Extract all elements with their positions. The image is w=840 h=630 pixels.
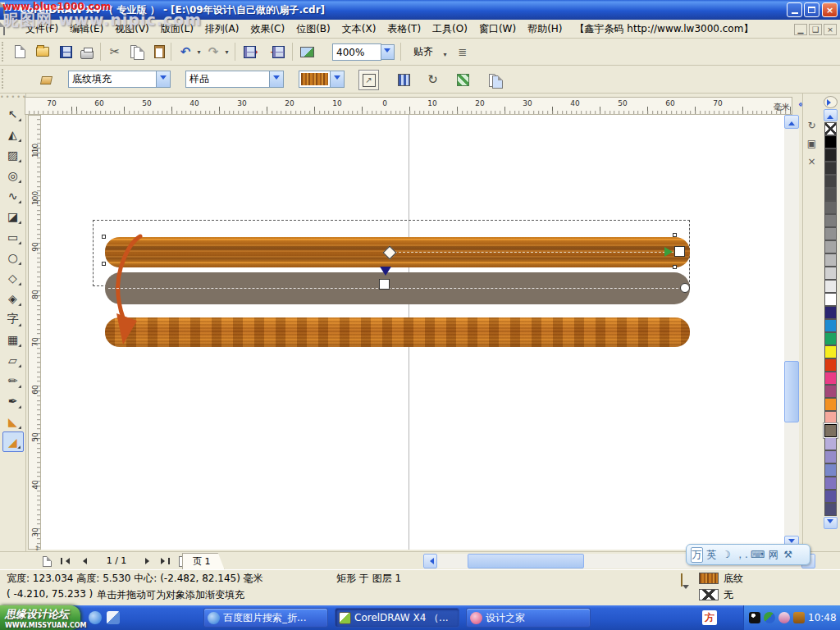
- menu-item-4[interactable]: 排列(A): [199, 20, 245, 39]
- menu-item-11[interactable]: 帮助(H): [522, 20, 568, 39]
- doc-restore-button[interactable]: ❑: [809, 24, 822, 35]
- color-swatch[interactable]: [824, 358, 837, 372]
- ime-button-4[interactable]: ⌨: [751, 549, 765, 560]
- color-swatch[interactable]: [824, 148, 837, 162]
- color-swatch[interactable]: [824, 267, 837, 280]
- application-launcher-icon[interactable]: [297, 42, 317, 62]
- copy-fill-button[interactable]: [486, 70, 506, 90]
- texture-dropdown-icon[interactable]: [330, 71, 344, 87]
- scroll-left-button[interactable]: [423, 554, 437, 568]
- color-swatch[interactable]: [824, 372, 837, 385]
- minimize-button[interactable]: [787, 2, 802, 17]
- fill-end-handle[interactable]: [674, 246, 685, 257]
- palette-flyout-button[interactable]: [824, 96, 838, 108]
- color-swatch[interactable]: [824, 240, 837, 253]
- vertical-scrollbar[interactable]: [784, 115, 799, 550]
- taskbar-task-0[interactable]: 百度图片搜索_折...: [203, 608, 328, 628]
- color-swatch[interactable]: [824, 424, 837, 437]
- taskbar-task-1[interactable]: CorelDRAW X4 （...: [335, 608, 459, 628]
- texture-swatch-dropdown[interactable]: [299, 71, 345, 88]
- color-swatch[interactable]: [824, 227, 837, 240]
- drawing-canvas[interactable]: [41, 115, 784, 550]
- close-button[interactable]: ×: [822, 2, 838, 17]
- menu-item-6[interactable]: 位图(B): [290, 20, 336, 39]
- color-swatch[interactable]: [824, 332, 837, 345]
- curve-node[interactable]: [102, 262, 106, 266]
- sample-combobox[interactable]: 样品: [185, 71, 284, 88]
- dict-icon[interactable]: [793, 612, 805, 623]
- print-icon[interactable]: [77, 42, 97, 62]
- founder-icon[interactable]: 方: [702, 610, 717, 625]
- ime-button-3[interactable]: ，.: [735, 548, 748, 562]
- fill-start-handle[interactable]: [379, 279, 390, 290]
- text-tool[interactable]: 字: [2, 308, 24, 329]
- import-icon[interactable]: ➜: [241, 42, 261, 62]
- shape-tool[interactable]: ◭: [2, 124, 24, 144]
- color-swatch[interactable]: [824, 188, 837, 201]
- tile-fill-button[interactable]: [453, 70, 473, 90]
- ellipse-tool[interactable]: ○: [2, 247, 24, 267]
- propbar-grip[interactable]: [2, 69, 5, 89]
- ime-button-0[interactable]: 万: [691, 547, 703, 563]
- undo-dropdown-icon[interactable]: ▾: [195, 48, 203, 56]
- toolbox-grip[interactable]: •••••: [0, 94, 25, 103]
- color-swatch[interactable]: [824, 385, 837, 398]
- color-swatch[interactable]: [824, 490, 837, 503]
- qq-icon[interactable]: [749, 612, 760, 623]
- interactive-fill-tool[interactable]: ◢: [2, 431, 24, 452]
- pick-tool[interactable]: ↖: [2, 103, 24, 124]
- table-tool[interactable]: ▦: [2, 329, 24, 349]
- sample-dropdown-icon[interactable]: [269, 71, 283, 87]
- curve-node[interactable]: [673, 265, 677, 269]
- color-swatch[interactable]: [824, 463, 837, 477]
- next-page-button[interactable]: [141, 554, 156, 568]
- paste-icon[interactable]: [149, 42, 169, 62]
- ruler-swap-icon[interactable]: ↕: [30, 544, 44, 552]
- palette-scroll-down-button[interactable]: [824, 517, 838, 529]
- taskbar-task-2[interactable]: 设计之家: [466, 608, 591, 628]
- wood-bar-bottom[interactable]: [105, 317, 690, 347]
- color-swatch[interactable]: [824, 306, 837, 319]
- color-swatch[interactable]: [824, 135, 837, 148]
- ime-button-6[interactable]: ⚒: [782, 549, 794, 560]
- quick-launch-ie-icon[interactable]: [89, 611, 102, 624]
- vertical-ruler[interactable]: 11010090807060504030: [28, 115, 41, 550]
- redo-dropdown-icon[interactable]: ▾: [223, 48, 231, 56]
- freehand-tool[interactable]: ∿: [2, 185, 24, 206]
- vertical-scroll-thumb[interactable]: [784, 361, 799, 422]
- rotate-docker-icon[interactable]: ↻: [805, 118, 819, 133]
- zoom-tool[interactable]: ◎: [2, 165, 24, 185]
- color-swatch[interactable]: [824, 214, 837, 227]
- palette-scroll-up-button[interactable]: [824, 109, 838, 121]
- prev-page-button[interactable]: [75, 554, 90, 568]
- options-icon[interactable]: ≣: [453, 42, 472, 62]
- volume-icon[interactable]: [778, 612, 790, 623]
- color-swatch[interactable]: [824, 437, 837, 450]
- horizontal-ruler[interactable]: 毫米 70605040302010010203040506070: [25, 97, 792, 115]
- open-folder-icon[interactable]: [33, 42, 52, 62]
- ime-button-2[interactable]: ☽: [720, 549, 733, 560]
- menu-item-9[interactable]: 工具(O): [427, 20, 473, 39]
- fill-tool[interactable]: ◣: [2, 411, 24, 431]
- msn-icon[interactable]: [764, 612, 775, 623]
- snap-menu-button[interactable]: 贴齐: [407, 42, 440, 62]
- save-icon[interactable]: [56, 42, 75, 62]
- toolbar-grip[interactable]: [2, 42, 5, 62]
- edit-fill-button[interactable]: ↗: [358, 70, 379, 90]
- basic-shapes-tool[interactable]: ◈: [2, 288, 24, 308]
- menu-item-7[interactable]: 文本(X): [336, 20, 382, 39]
- color-swatch[interactable]: [824, 253, 837, 267]
- restore-button[interactable]: [804, 2, 819, 17]
- color-swatch[interactable]: [824, 162, 837, 175]
- menu-item-10[interactable]: 窗口(W): [473, 20, 522, 39]
- curve-node[interactable]: [102, 235, 106, 239]
- polygon-tool[interactable]: ◇: [2, 267, 24, 288]
- rectangle-tool[interactable]: ▭: [2, 226, 24, 247]
- zoom-dropdown-button[interactable]: [380, 42, 395, 62]
- ime-button-5[interactable]: 网: [767, 548, 779, 562]
- eyedropper-tool[interactable]: ✏: [2, 370, 24, 390]
- last-page-button[interactable]: [158, 554, 172, 568]
- color-swatch[interactable]: [824, 293, 837, 306]
- ime-button-1[interactable]: 英: [705, 548, 718, 562]
- fill-stripes-button[interactable]: [394, 70, 414, 90]
